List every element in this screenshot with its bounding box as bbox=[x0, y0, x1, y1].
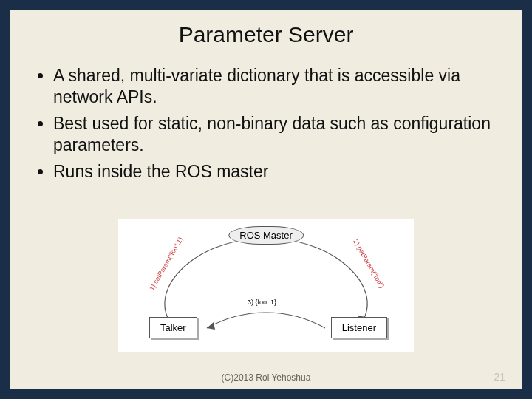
diagram-talker-node: Talker bbox=[149, 317, 197, 338]
slide-footer: (C)2013 Roi Yehoshua bbox=[10, 372, 522, 383]
page-number: 21 bbox=[494, 371, 505, 383]
svg-marker-2 bbox=[207, 322, 215, 330]
bullet-item: Best used for static, non-binary data su… bbox=[53, 113, 497, 157]
slide-title: Parameter Server bbox=[10, 10, 522, 47]
bullet-item: Runs inside the ROS master bbox=[53, 161, 497, 183]
ros-diagram: ROS Master Talker Listener 1) setParam("… bbox=[118, 219, 414, 352]
slide-frame: Parameter Server A shared, multi-variate… bbox=[0, 0, 532, 399]
slide-body: A shared, multi-variate dictionary that … bbox=[10, 47, 522, 183]
bullet-item: A shared, multi-variate dictionary that … bbox=[53, 65, 497, 109]
diagram-listener-node: Listener bbox=[331, 317, 387, 338]
bullet-list: A shared, multi-variate dictionary that … bbox=[35, 65, 497, 183]
diagram-master-node: ROS Master bbox=[228, 226, 304, 245]
diagram-edge-label: 3) {foo: 1} bbox=[248, 299, 276, 306]
slide: Parameter Server A shared, multi-variate… bbox=[10, 10, 522, 389]
